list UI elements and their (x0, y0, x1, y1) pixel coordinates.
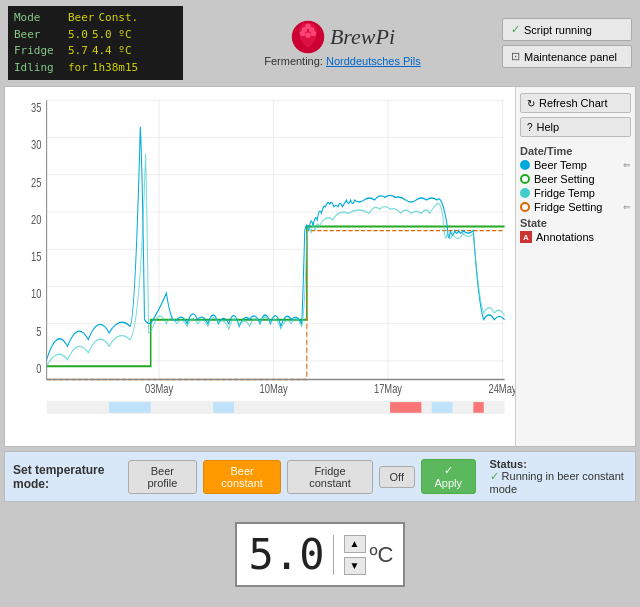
legend-section: Date/Time Beer Temp ⇐ Beer Setting Fridg… (520, 145, 631, 243)
annotation-icon: A (520, 231, 532, 243)
monitor-icon: ⊡ (511, 50, 520, 63)
beer-constant-button[interactable]: Beer constant (203, 460, 282, 494)
fridge-setting-dot (520, 202, 530, 212)
fridge-setting-label: Fridge Setting (534, 201, 602, 213)
svg-text:25: 25 (31, 176, 41, 189)
maintenance-label: Maintenance panel (524, 51, 617, 63)
svg-rect-41 (473, 402, 483, 413)
refresh-chart-button[interactable]: ↻ Refresh Chart (520, 93, 631, 113)
fridge-temp-dot (520, 188, 530, 198)
mode-bar: Set temperature mode: Beer profile Beer … (4, 451, 636, 502)
chart-main: 0 5 10 15 20 25 30 35 03May 10May 17May … (5, 87, 515, 446)
svg-text:5: 5 (36, 325, 41, 338)
status-fridge-val1: 5.7 (68, 43, 88, 60)
chart-sidebar: ↻ Refresh Chart ? Help Date/Time Beer Te… (515, 87, 635, 446)
status-beer-val1: 5.0 (68, 27, 88, 44)
status-idling-label: Idling (14, 60, 64, 77)
svg-point-10 (311, 31, 316, 36)
logo-brew: BrewPi (290, 19, 395, 55)
chart-svg: 0 5 10 15 20 25 30 35 03May 10May 17May … (5, 87, 515, 446)
temp-value: 5.0 (247, 530, 327, 579)
state-label: State (520, 217, 631, 229)
top-buttons: ✓ Script running ⊡ Maintenance panel (502, 18, 632, 68)
refresh-label: Refresh Chart (539, 97, 607, 109)
logo-area: BrewPi Fermenting: Norddeutsches Pils (191, 19, 494, 67)
svg-text:20: 20 (31, 213, 41, 226)
temp-box: 5.0 ▲ ▼ ºC (235, 522, 406, 587)
apply-button[interactable]: ✓ Apply (421, 459, 475, 494)
annotations-row[interactable]: A Annotations (520, 231, 631, 243)
svg-text:0: 0 (36, 362, 41, 375)
legend-fridge-setting[interactable]: Fridge Setting ⇐ (520, 201, 631, 213)
status-beer-val2: 5.0 ºC (92, 27, 132, 44)
main-container: Mode Beer Const. Beer 5.0 5.0 ºC Fridge … (0, 0, 640, 607)
status-idling-for: for (68, 60, 88, 77)
svg-rect-11 (5, 87, 515, 419)
svg-text:03May: 03May (145, 382, 174, 395)
raspberry-icon (290, 19, 326, 55)
legend-beer-temp[interactable]: Beer Temp ⇐ (520, 159, 631, 171)
status-area: Status: ✓ Running in beer constant mode (490, 458, 627, 495)
svg-rect-40 (432, 402, 453, 413)
fermenting-text: Fermenting: Norddeutsches Pils (264, 55, 421, 67)
refresh-icon: ↻ (527, 98, 535, 109)
brewpi-logo-text: BrewPi (330, 24, 395, 50)
status-beer-label: Beer (14, 27, 64, 44)
status-fridge-val2: 4.4 ºC (92, 43, 132, 60)
svg-text:10: 10 (31, 287, 41, 300)
fermenting-name[interactable]: Norddeutsches Pils (326, 55, 421, 67)
beer-temp-label: Beer Temp (534, 159, 587, 171)
fridge-setting-arrow: ⇐ (623, 202, 631, 212)
beer-setting-dot (520, 174, 530, 184)
help-button[interactable]: ? Help (520, 117, 631, 137)
temp-unit: ºC (370, 542, 394, 568)
svg-text:35: 35 (31, 101, 41, 114)
temp-display-area: 5.0 ▲ ▼ ºC (0, 502, 640, 607)
svg-text:15: 15 (31, 250, 41, 263)
off-button[interactable]: Off (379, 466, 415, 488)
check-icon: ✓ (511, 23, 520, 36)
status-bar-value: ✓ Running in beer constant mode (490, 470, 627, 495)
beer-profile-button[interactable]: Beer profile (128, 460, 197, 494)
svg-text:30: 30 (31, 138, 41, 151)
svg-text:24May: 24May (488, 382, 515, 395)
temp-up-button[interactable]: ▲ (344, 535, 366, 553)
chart-section: 0 5 10 15 20 25 30 35 03May 10May 17May … (4, 86, 636, 447)
status-box: Mode Beer Const. Beer 5.0 5.0 ºC Fridge … (8, 6, 183, 80)
script-running-button[interactable]: ✓ Script running (502, 18, 632, 41)
status-mode-val2: Const. (99, 10, 139, 27)
svg-rect-37 (109, 402, 151, 413)
status-check-icon: ✓ (490, 470, 499, 482)
help-icon: ? (527, 122, 533, 133)
legend-beer-setting[interactable]: Beer Setting (520, 173, 631, 185)
maintenance-panel-button[interactable]: ⊡ Maintenance panel (502, 45, 632, 68)
script-label: Script running (524, 24, 592, 36)
beer-temp-dot (520, 160, 530, 170)
fermenting-label: Fermenting: (264, 55, 323, 67)
status-mode-val1: Beer (68, 10, 95, 27)
annotations-label: Annotations (536, 231, 594, 243)
fridge-temp-label: Fridge Temp (534, 187, 595, 199)
svg-text:17May: 17May (374, 382, 403, 395)
svg-text:10May: 10May (259, 382, 288, 395)
help-label: Help (537, 121, 560, 133)
svg-point-7 (305, 24, 310, 29)
header: Mode Beer Const. Beer 5.0 5.0 ºC Fridge … (0, 0, 640, 86)
temp-separator (333, 535, 334, 575)
temp-down-button[interactable]: ▼ (344, 557, 366, 575)
status-running-text: Running in beer constant mode (490, 470, 624, 495)
status-mode-label: Mode (14, 10, 64, 27)
legend-fridge-temp[interactable]: Fridge Temp (520, 187, 631, 199)
status-bar-label: Status: (490, 458, 627, 470)
svg-rect-38 (213, 402, 234, 413)
datetime-label: Date/Time (520, 145, 631, 157)
status-fridge-label: Fridge (14, 43, 64, 60)
status-idling-time: 1h38m15 (92, 60, 138, 77)
fridge-constant-button[interactable]: Fridge constant (287, 460, 372, 494)
svg-rect-39 (390, 402, 421, 413)
mode-bar-label: Set temperature mode: (13, 463, 122, 491)
beer-setting-label: Beer Setting (534, 173, 595, 185)
temp-controls: ▲ ▼ (344, 535, 366, 575)
svg-point-8 (305, 33, 310, 38)
beer-temp-arrow: ⇐ (623, 160, 631, 170)
